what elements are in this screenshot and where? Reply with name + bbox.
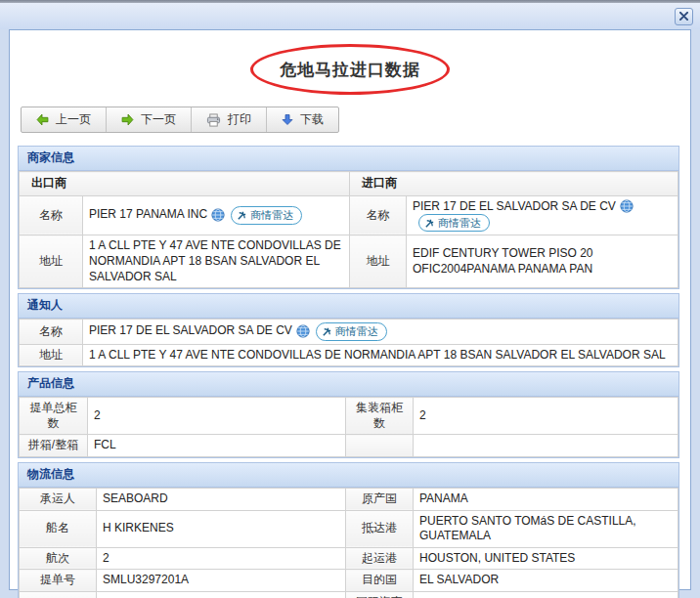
next-page-button[interactable]: 下一页 [107,107,192,132]
x-icon [679,12,688,21]
importer-address: EDIF CENTURY TOWER PISO 20 OFIC2004PANAM… [407,235,678,288]
business-radar-label: 商情雷达 [335,324,378,338]
importer-address-label: 地址 [350,235,407,288]
section-product-info: 产品信息 提单总柜数 2 集装箱柜数 2 拼箱/整箱 FCL [18,371,679,458]
title-area: 危地马拉进口数据 [10,30,690,103]
destination-country-label: 目的国 [346,570,414,592]
importer-name: PIER 17 DE EL SALVADOR SA DE CV [413,199,616,213]
exporter-header-cell: 出口商 [20,172,350,196]
next-page-label: 下一页 [141,111,176,128]
business-radar-label: 商情雷达 [250,208,293,222]
imo-code-label: 国际海事组织代码 [346,591,414,598]
business-radar-label: 商情雷达 [438,216,481,230]
arrow-down-blue-icon [282,113,293,126]
print-label: 打印 [228,111,251,128]
lcl-fcl-value: FCL [88,435,346,457]
notify-name-cell: PIER 17 DE EL SALVADOR SA DE CV商情雷达 [83,320,678,344]
imo-code-value: 9241449 [414,591,678,598]
exporter-name-cell: PIER 17 PANAMA INC商情雷达 [83,195,350,235]
merchant-table: 出口商 进口商 名称 PIER 17 PANAMA INC商情雷达 名称 PIE… [19,171,678,288]
empty-label-cell [346,435,414,457]
prev-page-label: 上一页 [56,111,91,128]
lcl-fcl-label: 拼箱/整箱 [20,435,88,457]
exporter-address: 1 A CLL PTE Y 47 AVE NTE CONDOVILLAS DE … [83,235,350,288]
radar-dish-icon [322,326,332,337]
toolbar: 上一页 下一页 打印 下载 [21,107,339,133]
dialog-titlebar [0,3,700,29]
detail-sections: 商家信息 出口商 进口商 名称 PIER 17 PANAMA INC商情雷达 名… [18,146,679,598]
arrival-port-label: 抵达港 [346,510,414,547]
section-merchant-header: 商家信息 [19,147,678,171]
close-button[interactable] [675,8,693,25]
vessel-flag-label: 船所属国家 [20,591,97,598]
voyage-value: 2 [97,547,346,570]
import-data-dialog: 危地马拉进口数据 上一页 下一页 打印 [9,29,691,590]
origin-country-label: 原产国 [346,488,414,510]
logistics-table: 承运人 SEABOARD 原产国 PANAMA 船名 H KIRKENES 抵达… [19,488,678,598]
radar-dish-icon [237,210,247,221]
bl-total-containers-label: 提单总柜数 [20,398,88,435]
notify-address-label: 地址 [20,344,83,366]
arrow-right-green-icon [121,113,134,126]
arrow-left-green-icon [36,113,49,126]
print-button[interactable]: 打印 [192,107,267,132]
section-merchant-info: 商家信息 出口商 进口商 名称 PIER 17 PANAMA INC商情雷达 名… [18,146,679,289]
notify-name-label: 名称 [20,320,83,344]
departure-port-label: 起运港 [346,547,414,570]
section-notify-header: 通知人 [19,294,678,319]
bl-number-value: SMLU3297201A [97,570,346,592]
section-notify-party: 通知人 名称 PIER 17 DE EL SALVADOR SA DE CV商情… [18,293,679,367]
vessel-name-value: H KIRKENES [97,510,346,547]
vessel-name-label: 船名 [20,510,97,547]
notify-name: PIER 17 DE EL SALVADOR SA DE CV [89,324,292,338]
product-table: 提单总柜数 2 集装箱柜数 2 拼箱/整箱 FCL [19,397,678,457]
globe-icon[interactable] [296,324,310,338]
radar-dish-icon [424,218,435,229]
arrival-port-value: PUERTO SANTO TOMáS DE CASTILLA, GUATEMAL… [414,510,678,547]
voyage-label: 航次 [20,547,97,570]
business-radar-badge[interactable]: 商情雷达 [231,206,302,224]
importer-name-cell: PIER 17 DE EL SALVADOR SA DE CV商情雷达 [407,195,678,235]
container-count-label: 集装箱柜数 [346,398,414,435]
vessel-flag-value: LIBERIA [97,591,346,598]
carrier-value: SEABOARD [97,488,346,510]
exporter-name-label: 名称 [20,195,83,235]
notify-address: 1 A CLL PTE Y 47 AVE NTE CONDOVILLAS DE … [83,344,678,366]
business-radar-badge[interactable]: 商情雷达 [418,214,490,232]
prev-page-button[interactable]: 上一页 [22,107,107,132]
printer-icon [206,113,221,127]
globe-icon[interactable] [211,208,225,222]
download-button[interactable]: 下载 [267,107,338,132]
carrier-label: 承运人 [20,488,97,510]
business-radar-badge[interactable]: 商情雷达 [316,322,387,340]
exporter-name: PIER 17 PANAMA INC [89,208,207,222]
section-logistics-info: 物流信息 承运人 SEABOARD 原产国 PANAMA 船名 H KIRKEN… [18,462,679,598]
bl-number-label: 提单号 [20,570,97,592]
bl-total-containers-value: 2 [88,398,346,435]
destination-country-value: EL SALVADOR [414,570,678,592]
notify-table: 名称 PIER 17 DE EL SALVADOR SA DE CV商情雷达 地… [19,319,678,366]
exporter-address-label: 地址 [20,235,83,288]
origin-country-value: PANAMA [414,488,678,510]
importer-header-cell: 进口商 [350,172,678,196]
section-product-header: 产品信息 [19,372,678,397]
download-label: 下载 [300,111,324,128]
importer-name-label: 名称 [350,195,407,235]
globe-icon[interactable] [620,199,634,213]
departure-port-value: HOUSTON, UNITED STATES [414,547,678,570]
container-count-value: 2 [414,398,678,435]
page-title: 危地马拉进口数据 [280,59,420,81]
section-logistics-header: 物流信息 [19,463,678,488]
empty-value-cell [414,435,678,457]
